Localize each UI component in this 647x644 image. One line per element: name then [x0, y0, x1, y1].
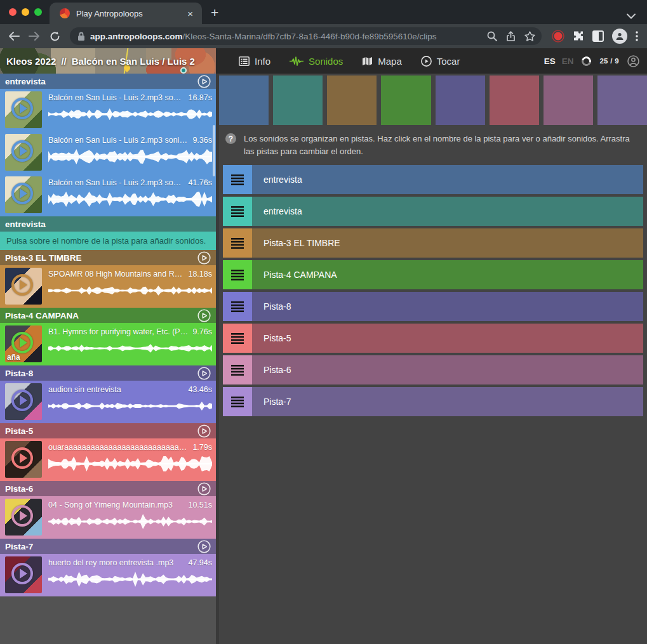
- track-row-name[interactable]: Pista-8: [252, 292, 291, 321]
- track-row-name[interactable]: entrevista: [252, 197, 302, 226]
- language-es[interactable]: ES: [544, 56, 556, 66]
- audio-clip[interactable]: ouaraaaaaaaaaaaaaaaaaaaaaaaaaaaaaaaaaaa.…: [0, 438, 216, 481]
- track-section-header[interactable]: Pista-8: [0, 365, 216, 381]
- clip-play-icon[interactable]: [11, 274, 33, 296]
- nav-tab-mapa[interactable]: Mapa: [362, 56, 402, 67]
- track-drag-handle[interactable]: [223, 355, 252, 384]
- track-section-header[interactable]: entrevista: [0, 74, 216, 89]
- reload-button[interactable]: [46, 27, 63, 45]
- track-section-header[interactable]: Pista-4 CAMPANA: [0, 308, 216, 323]
- track-drag-handle[interactable]: [223, 324, 252, 353]
- track-row-name[interactable]: entrevista: [252, 165, 302, 194]
- audio-clip[interactable]: SPOAMR 08 High Mountains and Running ...…: [0, 265, 216, 308]
- clip-play-icon[interactable]: [11, 505, 33, 527]
- track-drag-handle[interactable]: [223, 292, 252, 321]
- clip-waveform[interactable]: [48, 456, 212, 472]
- audio-clip[interactable]: aña B1. Hymns for purifying water, Etc. …: [0, 323, 216, 365]
- sidebar-scrollbar-thumb[interactable]: [213, 125, 215, 176]
- zoom-window-button[interactable]: [34, 8, 42, 16]
- track-drag-handle[interactable]: [223, 387, 252, 416]
- clip-thumbnail[interactable]: [5, 556, 42, 593]
- track-play-button[interactable]: [197, 482, 211, 496]
- track-play-button[interactable]: [197, 75, 211, 88]
- audio-clip[interactable]: Balcón en San Luis - Luis 2.mp3 sonido h…: [0, 89, 216, 131]
- audio-clip[interactable]: Balcón en San Luis - Luis 2.mp3 sonido h…: [0, 174, 216, 216]
- share-icon[interactable]: [506, 31, 516, 42]
- clip-thumbnail[interactable]: [5, 441, 42, 478]
- breadcrumb-project[interactable]: Kleos 2022: [6, 56, 56, 67]
- track-row[interactable]: Pista-3 EL TIMBRE: [223, 228, 643, 258]
- extensions-puzzle-icon[interactable]: [573, 30, 584, 42]
- track-play-button[interactable]: [197, 309, 211, 322]
- minimize-window-button[interactable]: [22, 8, 29, 16]
- track-row[interactable]: entrevista: [223, 197, 643, 226]
- url-bar[interactable]: app.antropoloops.com/Kleos-Santa-Marina/…: [70, 27, 542, 45]
- zoom-page-icon[interactable]: [487, 31, 497, 41]
- nav-tab-tocar[interactable]: Tocar: [421, 56, 460, 67]
- clip-thumbnail[interactable]: [5, 134, 42, 171]
- clip-play-icon[interactable]: [11, 98, 33, 119]
- track-section-header[interactable]: entrevista: [0, 216, 216, 232]
- clip-thumbnail[interactable]: [5, 176, 42, 213]
- clip-thumbnail[interactable]: [5, 268, 42, 305]
- side-panel-icon[interactable]: [592, 30, 604, 42]
- close-window-button[interactable]: [9, 8, 17, 16]
- track-play-button[interactable]: [197, 540, 211, 553]
- browser-profile-avatar[interactable]: [612, 29, 627, 44]
- tab-search-chevron-icon[interactable]: [627, 13, 647, 24]
- forward-button[interactable]: [25, 27, 43, 45]
- track-row-name[interactable]: Pista-6: [252, 355, 291, 384]
- clip-play-icon[interactable]: [11, 447, 33, 469]
- audio-clip[interactable]: huerto del rey moro entrevista .mp3 47.9…: [0, 554, 216, 596]
- clip-thumbnail[interactable]: [5, 91, 42, 128]
- browser-tab[interactable]: Play Antropoloops ×: [50, 3, 202, 24]
- clip-waveform[interactable]: [48, 282, 212, 299]
- clip-play-icon[interactable]: [11, 332, 33, 353]
- track-play-button[interactable]: [197, 424, 211, 438]
- clip-thumbnail[interactable]: [5, 383, 42, 420]
- audio-clip[interactable]: 04 - Song of Yimeng Mountain.mp3 10.51s: [0, 496, 216, 539]
- back-button[interactable]: [5, 27, 23, 45]
- track-section-header[interactable]: Pista-6: [0, 481, 216, 496]
- track-row[interactable]: entrevista: [223, 165, 643, 194]
- clip-waveform[interactable]: [48, 571, 212, 588]
- track-row-name[interactable]: Pista-5: [252, 324, 291, 353]
- clip-play-icon[interactable]: [11, 390, 33, 411]
- clip-thumbnail[interactable]: aña: [5, 325, 42, 362]
- track-drag-handle[interactable]: [223, 165, 252, 194]
- clip-thumbnail[interactable]: [5, 499, 42, 536]
- clip-waveform[interactable]: [48, 513, 212, 530]
- clip-waveform[interactable]: [48, 148, 212, 165]
- account-icon[interactable]: [627, 55, 639, 67]
- track-row-name[interactable]: Pista-4 CAMPANA: [252, 260, 337, 289]
- track-drag-handle[interactable]: [223, 197, 252, 226]
- url-text[interactable]: app.antropoloops.com/Kleos-Santa-Marina/…: [90, 32, 482, 41]
- map-thumbnail[interactable]: Kleos 2022 // Balcón en San Luis / Luis …: [0, 48, 216, 74]
- audio-clip[interactable]: Balcón en San Luis - Luis 2.mp3 sonido h…: [0, 131, 216, 174]
- browser-menu-kebab-icon[interactable]: [636, 31, 638, 41]
- audio-clip[interactable]: audion sin entrevista 43.46s: [0, 381, 216, 423]
- record-extension-icon[interactable]: [552, 30, 564, 43]
- track-row-name[interactable]: Pista-3 EL TIMBRE: [252, 228, 340, 258]
- new-tab-button[interactable]: +: [202, 5, 227, 24]
- language-en[interactable]: EN: [562, 56, 574, 66]
- nav-tab-sonidos[interactable]: Sonidos: [290, 56, 343, 67]
- nav-tab-info[interactable]: Info: [239, 56, 270, 67]
- track-drag-handle[interactable]: [223, 260, 252, 289]
- clip-waveform[interactable]: [48, 106, 212, 122]
- track-section-header[interactable]: Pista-5: [0, 423, 216, 438]
- clip-waveform[interactable]: [48, 340, 212, 357]
- clip-waveform[interactable]: [48, 191, 212, 207]
- track-drag-handle[interactable]: [223, 228, 252, 258]
- track-row[interactable]: Pista-5: [223, 324, 643, 353]
- clip-play-icon[interactable]: [11, 563, 33, 584]
- track-play-button[interactable]: [197, 367, 211, 380]
- bookmark-star-icon[interactable]: [524, 31, 535, 41]
- track-row[interactable]: Pista-6: [223, 355, 643, 384]
- track-section-header[interactable]: Pista-7: [0, 539, 216, 554]
- clip-play-icon[interactable]: [11, 140, 33, 162]
- close-tab-icon[interactable]: ×: [185, 8, 196, 19]
- track-play-button[interactable]: [197, 251, 211, 265]
- track-row[interactable]: Pista-8: [223, 292, 643, 321]
- track-section-header[interactable]: Pista-3 EL TIMBRE: [0, 250, 216, 265]
